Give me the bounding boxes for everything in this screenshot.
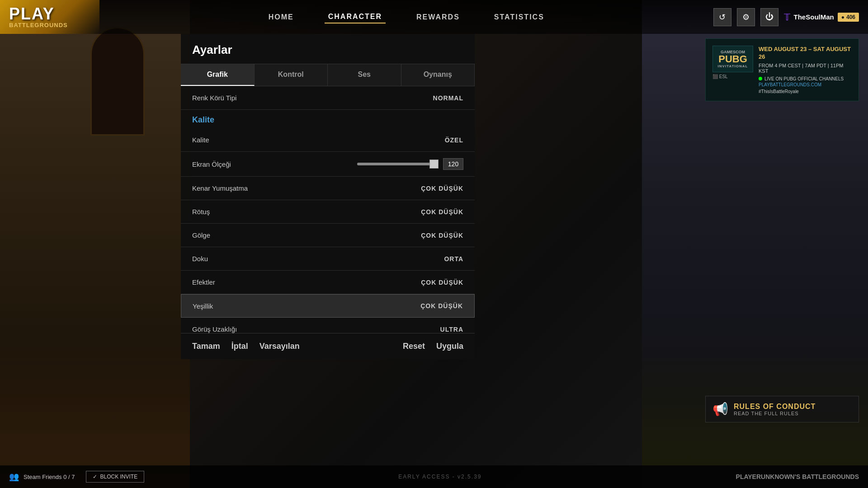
section-kalite: Kalite (181, 110, 475, 128)
setting-gorus-uzakligi-label: Görüş Uzaklığı (192, 325, 237, 333)
bp-value: 406 (846, 14, 855, 20)
slider-track[interactable] (357, 163, 439, 165)
setting-kenar-yumusatma-value[interactable]: ÇOK DÜŞÜK (421, 185, 463, 192)
setting-renk-koru-label: Renk Körü Tipi (192, 94, 236, 102)
setting-doku-label: Doku (192, 255, 208, 263)
slider-value: 120 (443, 158, 463, 170)
event-time: FROM 4 PM CEST | 7AM PDT | 11PM KST (759, 63, 852, 74)
event-date: WED AUGUST 23 – SAT AUGUST 26 (759, 46, 852, 61)
settings-content: Renk Körü Tipi Normal Kalite Kalite ÖZEL… (181, 86, 475, 333)
block-invite-button[interactable]: ✓ BLOCK INVITE (86, 471, 144, 483)
setting-gorus-uzakligi: Görüş Uzaklığı ULTRA (181, 318, 475, 333)
event-live-text: LIVE ON PUBG OFFICIAL CHANNELS (764, 76, 844, 81)
nav-links: HOME CHARACTER REWARDS STATISTICS (99, 11, 713, 23)
pubg-logo-text: PUBG (715, 54, 751, 64)
setting-yesillik-value[interactable]: ÇOK DÜŞÜK (420, 302, 463, 310)
twitch-icon: 𝕋 (784, 12, 790, 23)
setting-renk-koru: Renk Körü Tipi Normal (181, 86, 475, 110)
friends-icon: 👥 (9, 472, 19, 482)
event-logo-box: GAMESCOM PUBG INVITATIONAL (712, 46, 753, 72)
tamam-button[interactable]: Tamam (192, 342, 220, 351)
power-button[interactable]: ⏻ (760, 8, 778, 26)
nav-statistics[interactable]: STATISTICS (491, 11, 548, 23)
setting-efektler-label: Efektler (192, 278, 215, 286)
setting-ekran-olcegi: Ekran Ölçeği 120 (181, 152, 475, 177)
slider-thumb[interactable] (429, 160, 439, 169)
nav-right: ↺ ⚙ ⏻ 𝕋 TheSoulMan ● 406 (713, 8, 868, 26)
rules-banner[interactable]: 📢 RULES OF CONDUCT READ THE FULL RULES (705, 396, 859, 422)
settings-footer: Tamam İptal Varsayılan Reset Uygula (181, 333, 475, 359)
setting-kenar-yumusatma: Kenar Yumuşatma ÇOK DÜŞÜK (181, 177, 475, 200)
setting-renk-koru-value[interactable]: Normal (433, 94, 463, 102)
varsayilan-button[interactable]: Varsayılan (259, 342, 300, 351)
setting-kalite: Kalite ÖZEL (181, 128, 475, 152)
setting-doku-value[interactable]: ORTA (444, 255, 463, 263)
footer-left: Tamam İptal Varsayılan (192, 342, 300, 351)
setting-golge-value[interactable]: ÇOK DÜŞÜK (421, 232, 463, 239)
bottom-bar: 👥 Steam Friends 0 / 7 ✓ BLOCK INVITE EAR… (0, 465, 868, 488)
rubble-left (0, 330, 190, 465)
rules-text: RULES OF CONDUCT READ THE FULL RULES (734, 403, 852, 416)
setting-gorus-uzakligi-value[interactable]: ULTRA (440, 326, 463, 333)
setting-rotu: Rötuş ÇOK DÜŞÜK (181, 200, 475, 224)
version-text: EARLY ACCESS - v2.5.39 (144, 474, 736, 480)
iptal-button[interactable]: İptal (231, 342, 248, 351)
tab-ses[interactable]: Ses (328, 64, 401, 86)
tab-oynanis[interactable]: Oynanış (401, 64, 475, 86)
footer-right: Reset Uygula (403, 342, 463, 351)
esl-logo: ⬛ ESL (712, 74, 753, 79)
setting-kalite-value[interactable]: ÖZEL (445, 136, 463, 144)
settings-title: Ayarlar (181, 34, 475, 64)
event-url: PLAYBATTLEGROUNDS.COM (759, 82, 852, 87)
event-banner: GAMESCOM PUBG INVITATIONAL ⬛ ESL WED AUG… (705, 38, 859, 101)
setting-efektler-value[interactable]: ÇOK DÜŞÜK (421, 279, 463, 286)
settings-button[interactable]: ⚙ (737, 8, 755, 26)
logo-area: PLAY BATTLEGROUNDS (0, 0, 99, 34)
setting-yesillik-label: Yeşillik (193, 302, 213, 310)
reset-button[interactable]: Reset (403, 342, 425, 351)
gear-icon: ⚙ (742, 12, 750, 22)
setting-kenar-yumusatma-label: Kenar Yumuşatma (192, 184, 248, 192)
bp-coin-icon: ● (841, 14, 844, 20)
door-decoration (90, 27, 145, 136)
megaphone-icon: 📢 (712, 402, 728, 417)
nav-home[interactable]: HOME (265, 11, 297, 23)
nav-character[interactable]: CHARACTER (325, 11, 386, 23)
refresh-button[interactable]: ↺ (713, 8, 731, 26)
rules-title: RULES OF CONDUCT (734, 403, 852, 411)
slider-fill (357, 163, 439, 165)
invitational-text: INVITATIONAL (715, 64, 751, 68)
slider-container: 120 (357, 158, 463, 170)
setting-rotu-label: Rötuş (192, 208, 210, 216)
refresh-icon: ↺ (719, 12, 726, 22)
setting-golge-label: Gölge (192, 231, 210, 239)
event-hashtag: #ThisIsBattleRoyale (759, 89, 852, 94)
event-logo: GAMESCOM PUBG INVITATIONAL ⬛ ESL (712, 46, 753, 94)
bp-badge: ● 406 (838, 13, 859, 22)
logo-play: PLAY (9, 6, 90, 22)
settings-tabs: Grafik Kontrol Ses Oynanış (181, 64, 475, 86)
setting-doku: Doku ORTA (181, 247, 475, 271)
top-navigation: PLAY BATTLEGROUNDS HOME CHARACTER REWARD… (0, 0, 868, 34)
pubg-logo-bottom: PLAYERUNKNOWN'S BATTLEGROUNDS (736, 473, 859, 480)
setting-kalite-label: Kalite (192, 136, 209, 144)
username: TheSoulMan (794, 13, 834, 21)
rules-sub: READ THE FULL RULES (734, 411, 852, 416)
tab-kontrol[interactable]: Kontrol (255, 64, 328, 86)
nav-rewards[interactable]: REWARDS (413, 11, 463, 23)
setting-rotu-value[interactable]: ÇOK DÜŞÜK (421, 208, 463, 216)
event-info: WED AUGUST 23 – SAT AUGUST 26 FROM 4 PM … (759, 46, 852, 94)
steam-friends: 👥 Steam Friends 0 / 7 ✓ BLOCK INVITE (9, 471, 144, 483)
uygula-button[interactable]: Uygula (436, 342, 463, 351)
checkmark-icon: ✓ (93, 474, 97, 480)
setting-efektler: Efektler ÇOK DÜŞÜK (181, 271, 475, 294)
power-icon: ⏻ (765, 12, 774, 22)
tab-grafik[interactable]: Grafik (181, 64, 255, 86)
settings-panel: Ayarlar Grafik Kontrol Ses Oynanış Renk … (181, 34, 475, 359)
user-area: 𝕋 TheSoulMan ● 406 (784, 12, 859, 23)
setting-ekran-olcegi-label: Ekran Ölçeği (192, 160, 231, 168)
event-live: LIVE ON PUBG OFFICIAL CHANNELS (759, 76, 852, 81)
setting-golge: Gölge ÇOK DÜŞÜK (181, 224, 475, 247)
live-indicator (759, 77, 762, 80)
friends-count: Steam Friends 0 / 7 (24, 474, 75, 480)
